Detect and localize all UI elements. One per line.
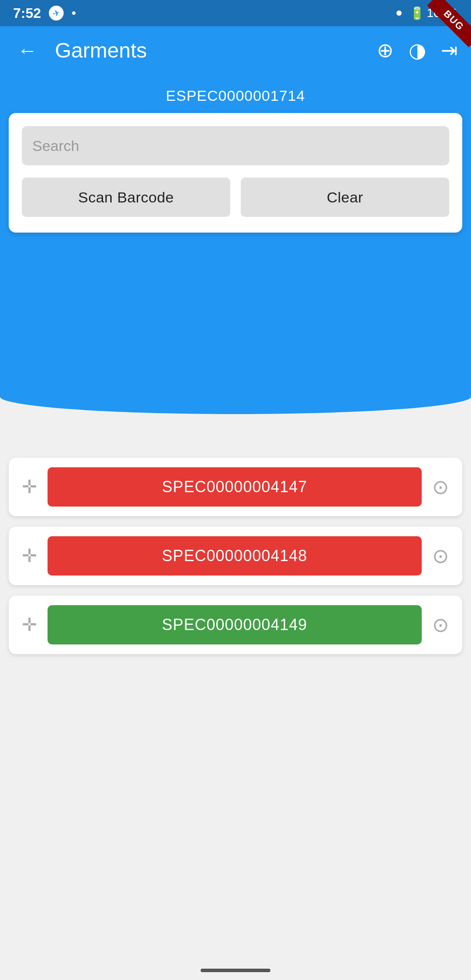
camera-icon-1[interactable]: ⊙: [432, 475, 449, 499]
battery-percent: 100%: [427, 6, 458, 20]
header-bg: ESPEC0000001714 Scan Barcode Clear: [0, 74, 471, 380]
globe-icon[interactable]: ⊕: [377, 38, 394, 62]
garment-card-2: ✛ SPEC00000004148 ⊙: [9, 527, 462, 585]
app-bar: ← Garments ⊕ ◑ ⇥: [0, 26, 471, 74]
camera-icon-3[interactable]: ⊙: [432, 613, 449, 637]
clear-button[interactable]: Clear: [241, 178, 449, 217]
action-buttons: Scan Barcode Clear: [22, 178, 449, 217]
garment-spec-button-2[interactable]: SPEC00000004148: [48, 536, 422, 576]
back-button[interactable]: ←: [17, 38, 38, 62]
search-card: Scan Barcode Clear: [9, 113, 462, 233]
page-title: Garments: [55, 38, 362, 62]
drag-handle-icon-3[interactable]: ✛: [22, 616, 37, 634]
search-input[interactable]: [22, 126, 449, 165]
status-dot: •: [72, 6, 76, 21]
theme-icon[interactable]: ◑: [409, 38, 426, 62]
drag-handle-icon[interactable]: ✛: [22, 478, 37, 496]
drag-handle-icon-2[interactable]: ✛: [22, 547, 37, 565]
camera-icon-2[interactable]: ⊙: [432, 544, 449, 568]
scan-barcode-button[interactable]: Scan Barcode: [22, 178, 230, 217]
garment-spec-button-3[interactable]: SPEC00000004149: [48, 605, 422, 644]
battery-indicator: 🔋 100%: [410, 6, 458, 21]
garment-card-1: ✛ SPEC00000004147 ⊙: [9, 458, 462, 516]
status-bar: 7:52 • 🔋 100%: [0, 0, 471, 26]
spec-id-label: ESPEC0000001714: [9, 87, 462, 104]
status-time: 7:52: [13, 5, 41, 21]
garment-spec-button-1[interactable]: SPEC00000004147: [48, 467, 422, 507]
signal-dot: [396, 10, 402, 16]
garments-list: ✛ SPEC00000004147 ⊙ ✛ SPEC00000004148 ⊙ …: [0, 414, 471, 938]
home-indicator: [201, 969, 270, 972]
telegram-icon: [49, 6, 64, 21]
garment-card-3: ✛ SPEC00000004149 ⊙: [9, 596, 462, 654]
wave-divider: [0, 379, 471, 414]
list-container: ✛ SPEC00000004147 ⊙ ✛ SPEC00000004148 ⊙ …: [0, 458, 471, 654]
logout-icon[interactable]: ⇥: [441, 38, 458, 62]
content-header: ESPEC0000001714 Scan Barcode Clear: [0, 74, 471, 380]
